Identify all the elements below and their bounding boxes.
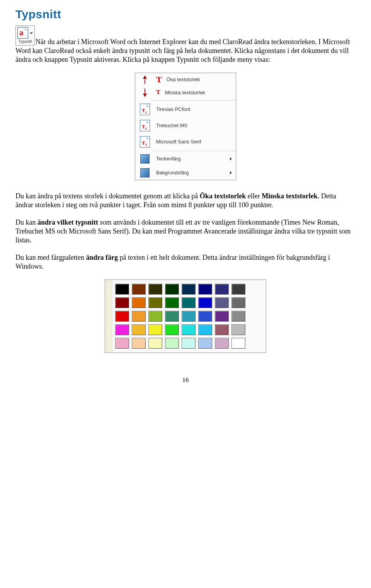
color-swatch[interactable] — [182, 311, 196, 322]
color-swatch[interactable] — [148, 311, 162, 322]
color-swatch[interactable] — [148, 297, 162, 308]
color-swatch[interactable] — [115, 297, 129, 308]
color-swatch[interactable] — [231, 297, 245, 308]
color-swatch[interactable] — [165, 284, 179, 295]
dropdown-caret-icon — [30, 32, 33, 34]
color-swatch[interactable] — [215, 338, 229, 349]
letter-t-icon: T — [156, 76, 162, 83]
color-swatch[interactable] — [115, 338, 129, 349]
submenu-arrow-icon — [230, 157, 232, 160]
color-swatch[interactable] — [165, 324, 179, 335]
submenu-arrow-icon — [230, 171, 232, 174]
menu-label: Öka textstorlek — [167, 77, 200, 82]
menu-item-font1[interactable]: T1 Tiresias PCfont — [135, 101, 236, 118]
color-swatch[interactable] — [198, 324, 212, 335]
font-doc-icon: T1 — [140, 104, 150, 115]
paragraph-color: Du kan med färgpaletten ändra färg på te… — [15, 253, 356, 271]
color-palette — [105, 280, 266, 353]
menu-item-decrease[interactable]: T Minska textstorlek — [135, 86, 236, 99]
color-swatch[interactable] — [198, 338, 212, 349]
color-swatch[interactable] — [182, 297, 196, 308]
color-swatch[interactable] — [198, 297, 212, 308]
color-swatch[interactable] — [198, 311, 212, 322]
color-swatch[interactable] — [182, 284, 196, 295]
intro-paragraph: a Typsnitt När du arbetar i Microsoft Wo… — [15, 26, 356, 64]
menu-label: Minska textstorlek — [165, 90, 205, 95]
color-swatch[interactable] — [132, 338, 146, 349]
color-swatch[interactable] — [215, 284, 229, 295]
color-swatch[interactable] — [148, 338, 162, 349]
color-swatch[interactable] — [182, 338, 196, 349]
color-swatch[interactable] — [132, 284, 146, 295]
page-number: 16 — [15, 376, 356, 384]
paragraph-typeface: Du kan ändra vilket typsnitt som används… — [15, 218, 356, 245]
font-doc-icon: T2 — [140, 120, 150, 131]
color-swatch[interactable] — [215, 297, 229, 308]
color-swatch[interactable] — [231, 311, 245, 322]
letter-t-small-icon: T — [156, 90, 160, 95]
color-swatch[interactable] — [198, 284, 212, 295]
color-swatch[interactable] — [165, 311, 179, 322]
color-swatch[interactable] — [132, 297, 146, 308]
color-swatch[interactable] — [115, 311, 129, 322]
color-swatch[interactable] — [231, 284, 245, 295]
menu-label: Teckenfärg — [156, 156, 181, 162]
paragraph-textsize: Du kan ändra på textens storlek i dokume… — [15, 192, 356, 210]
page-title: Typsnitt — [15, 8, 356, 21]
menu-label: Microsoft Sans Serif — [156, 139, 201, 145]
arrow-down-icon — [143, 89, 147, 97]
menu-item-font2[interactable]: T2 Trebuchet MS — [135, 118, 236, 134]
color-swatch[interactable] — [182, 324, 196, 335]
menu-item-increase[interactable]: T Öka textstorlek — [135, 73, 236, 86]
color-swatch[interactable] — [215, 311, 229, 322]
font-document-icon: a — [17, 27, 28, 39]
color-swatch[interactable] — [115, 324, 129, 335]
color-cube-icon — [140, 168, 150, 177]
menu-label: Bakgrundsfärg — [156, 170, 189, 176]
menu-item-font3[interactable]: T3 Microsoft Sans Serif — [135, 134, 236, 150]
font-menu: T Öka textstorlek T Minska textstorlek T… — [135, 73, 236, 180]
color-cube-icon — [140, 154, 150, 164]
menu-label: Trebuchet MS — [156, 123, 187, 128]
color-swatch[interactable] — [132, 311, 146, 322]
color-swatch[interactable] — [165, 338, 179, 349]
button-label: Typsnitt — [19, 39, 32, 44]
color-swatch[interactable] — [132, 324, 146, 335]
color-swatch[interactable] — [215, 324, 229, 335]
arrow-up-icon — [143, 75, 147, 84]
color-swatch[interactable] — [231, 324, 245, 335]
color-swatch[interactable] — [148, 324, 162, 335]
menu-item-textcolor[interactable]: Teckenfärg — [135, 152, 236, 166]
color-swatch[interactable] — [115, 284, 129, 295]
typsnitt-toolbar-button[interactable]: a Typsnitt — [15, 26, 35, 46]
color-swatch[interactable] — [165, 297, 179, 308]
color-swatch[interactable] — [148, 284, 162, 295]
color-swatch[interactable] — [231, 338, 245, 349]
menu-label: Tiresias PCfont — [156, 106, 190, 112]
font-doc-icon: T3 — [140, 136, 150, 148]
menu-item-bgcolor[interactable]: Bakgrundsfärg — [135, 166, 236, 180]
